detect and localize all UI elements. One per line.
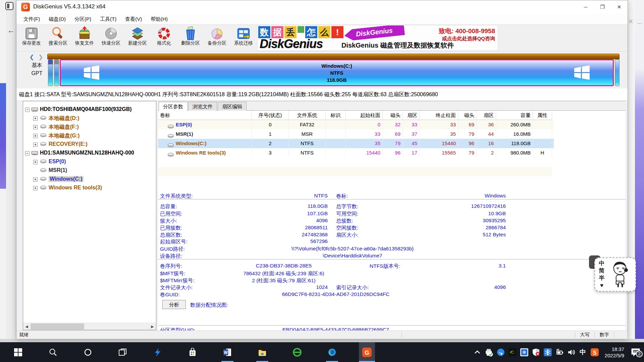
column-header-3[interactable]: 标识 [326, 111, 346, 120]
expand-icon[interactable]: + [33, 186, 38, 190]
table-row[interactable]: Windows RE tools(3)3NTFS1544096171556579… [158, 148, 554, 158]
toolbar-new-partition-button[interactable]: 新建分区 [124, 25, 151, 51]
tree-item-windows-re-tools-3-[interactable]: +Windows RE tools(3) [23, 184, 156, 192]
menu-item-2[interactable]: 分区(P) [70, 14, 96, 24]
tree-item-recovery-e-[interactable]: +RECOVERY(E:) [23, 140, 156, 149]
tray-power-button[interactable] [555, 348, 564, 357]
detail-value: \\?\Volume{fcf0fc5b-5207-47ce-a60a-7da61… [235, 246, 470, 252]
column-header-4[interactable]: 起始柱面 [346, 111, 383, 120]
taskbar-file-explorer-button[interactable] [254, 342, 270, 362]
tree-item--d-[interactable]: +本地磁盘(D:) [23, 114, 156, 123]
tree-item-windows-c-[interactable]: +Windows(C:) [23, 175, 156, 184]
tree-item--g-[interactable]: +本地磁盘(G:) [23, 131, 156, 140]
menu-item-5[interactable]: 帮助(H) [146, 14, 172, 24]
column-header-9[interactable]: 扇区 [477, 111, 496, 120]
tree-item-hd0-toshibamq04abf100-932gb-[interactable]: −HD0:TOSHIBAMQ04ABF100(932GB) [23, 105, 156, 114]
window-controls: ─ ❐ ✕ [577, 0, 628, 14]
type-guid-value: EBD0A0A2-B9E5-4433-87C0-68B6B72699C7 [235, 327, 436, 330]
tree-item-esp-0-[interactable]: +ESP(0) [23, 158, 156, 166]
taskbar-edge-button[interactable] [324, 342, 340, 362]
analyze-button[interactable]: 分析 [162, 300, 186, 309]
tree-item-msr-1-[interactable]: MSR(1) [23, 166, 156, 175]
taskbar-green-browser-button[interactable] [289, 342, 305, 362]
tray-intel-button[interactable] [520, 348, 529, 357]
disk-header-strip[interactable] [47, 54, 620, 59]
tray-dingtalk-button[interactable] [496, 348, 505, 357]
toolbar-search-button[interactable]: 搜索分区 [45, 25, 71, 51]
column-header-0[interactable]: 卷标 [158, 111, 252, 120]
tray-speaker-button[interactable] [567, 348, 576, 357]
taskbar-store-button[interactable] [184, 342, 201, 362]
sogou-ime-panel[interactable]: 中简半♥ [594, 257, 636, 292]
esp-partition-bar[interactable] [48, 59, 53, 86]
expand-icon[interactable]: + [33, 116, 38, 121]
scroll-right-icon[interactable]: ▶ [149, 323, 156, 330]
tray-ime-zh-button[interactable]: 中 [579, 348, 587, 357]
taskbar-word-button[interactable]: W [219, 342, 235, 362]
toolbar-recover-button[interactable]: 恢复文件 [71, 25, 98, 51]
banner-ad[interactable]: 数据丢怎么! DiskGenius DiskGenius 致电: 400-008… [257, 25, 498, 51]
column-header-2[interactable]: 文件系统 [289, 111, 326, 120]
partition-tree-panel: ◀ ▶ −HD0:TOSHIBAMQ04ABF100(932GB)+本地磁盘(D… [23, 101, 156, 330]
column-header-5[interactable]: 磁头 [383, 111, 403, 120]
table-row[interactable]: Windows(C:)2NTFS357945154409616118.0GB [158, 139, 554, 148]
menu-item-3[interactable]: 工具(T) [96, 14, 121, 24]
scrollbar-thumb[interactable] [31, 323, 84, 329]
column-header-11[interactable]: 属性 [533, 111, 552, 120]
close-button[interactable]: ✕ [611, 0, 628, 14]
expand-icon[interactable]: + [33, 125, 38, 129]
windows-partition-bar[interactable]: Windows(C:) NTFS 118.0GB [60, 59, 614, 86]
main-area: ◀ ▶ −HD0:TOSHIBAMQ04ABF100(932GB)+本地磁盘(D… [16, 101, 628, 330]
scroll-left-icon[interactable]: ◀ [23, 323, 30, 330]
taskbar-cortana-button[interactable] [80, 342, 96, 362]
toolbar-save-button[interactable]: 保存更改 [18, 25, 45, 51]
tray-snowflake-button[interactable] [543, 348, 552, 357]
column-header-6[interactable]: 扇区 [403, 111, 420, 120]
toolbar-quick-partition-button[interactable]: 快速分区 [98, 25, 124, 51]
next-disk-icon[interactable]: ❯ [38, 54, 44, 60]
tab-partition-params[interactable]: 分区参数 [159, 102, 187, 111]
table-row[interactable]: ESP(0)0FAT3203233336936260.0MB [158, 120, 554, 129]
column-header-10[interactable]: 容量 [496, 111, 533, 120]
tree-item--f-[interactable]: +本地磁盘(F:) [23, 123, 156, 131]
taskbar-clock[interactable]: 18:372022/5/9 [605, 346, 624, 359]
recovery-partition-bar[interactable] [615, 59, 620, 86]
expand-icon[interactable]: + [33, 160, 38, 164]
menu-item-4[interactable]: 查看(V) [121, 14, 146, 24]
taskbar-taskbar-search-button[interactable] [45, 342, 61, 362]
taskbar-start-button[interactable] [10, 342, 26, 362]
collapse-icon[interactable]: − [25, 108, 30, 112]
maximize-button[interactable]: ❐ [594, 0, 611, 14]
toolbar-system-migrate-button[interactable]: 系统迁移 [230, 25, 257, 51]
tab-sector-edit[interactable]: 扇区编辑 [218, 102, 247, 111]
tray-sogou-button[interactable]: S [590, 348, 599, 357]
tree-item-hd1-samsungmznln128hahq-000[interactable]: −HD1:SAMSUNGMZNLN128HAHQ-000 [23, 149, 156, 158]
notification-center-button[interactable]: 2 [630, 347, 641, 358]
table-row[interactable]: MSR(1)1MSR33693735794416.0MB [158, 129, 554, 139]
minimize-button[interactable]: ─ [577, 0, 594, 14]
column-header-7[interactable]: 终止柱面 [420, 111, 458, 120]
taskbar-diskgenius-taskbar-button[interactable]: G [359, 342, 375, 362]
detail-value: 66D9C7F6-8231-4D34-AD67-201D26DC94FC [235, 291, 436, 297]
menu-item-0[interactable]: 文件(F) [19, 14, 44, 24]
prev-disk-icon[interactable]: ❮ [29, 54, 35, 60]
column-header-1[interactable]: 序号(状态) [252, 111, 289, 120]
taskbar-task-view-button[interactable] [115, 342, 131, 362]
expand-icon[interactable]: + [33, 134, 38, 138]
msr-partition-bar[interactable] [54, 59, 59, 86]
expand-icon[interactable]: + [33, 142, 38, 147]
taskbar-flash-app-button[interactable] [150, 342, 166, 362]
tab-browse-files[interactable]: 浏览文件 [188, 102, 217, 111]
toolbar-delete-partition-button[interactable]: 删除分区 [177, 25, 204, 51]
tree-horizontal-scrollbar[interactable]: ◀ ▶ [23, 323, 156, 330]
tray-printer-button[interactable] [485, 348, 493, 357]
column-header-8[interactable]: 磁头 [458, 111, 477, 120]
tray-nvidia-button[interactable] [508, 348, 517, 357]
expand-icon[interactable]: + [33, 177, 38, 182]
collapse-icon[interactable]: − [25, 151, 30, 156]
tray-chevron-up-button[interactable] [473, 348, 482, 357]
tray-defender-button[interactable] [532, 348, 540, 357]
toolbar-format-button[interactable]: 格式化 [151, 25, 177, 51]
toolbar-backup-partition-button[interactable]: 备份分区 [204, 25, 230, 51]
menu-item-1[interactable]: 磁盘(D) [44, 14, 70, 24]
